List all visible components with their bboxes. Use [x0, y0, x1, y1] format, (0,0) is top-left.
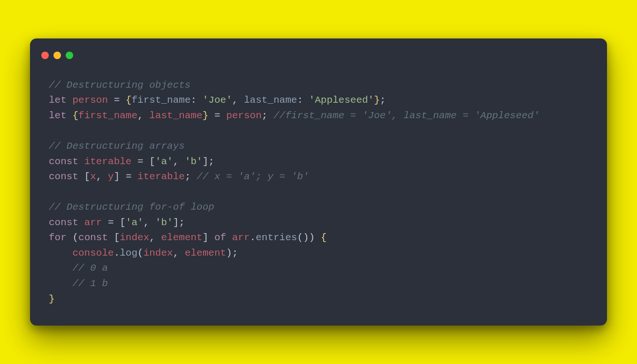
code-identifier: x [90, 171, 96, 182]
code-punct: ] = [114, 171, 137, 182]
code-identifier: iterable [137, 171, 185, 182]
code-keyword: const [78, 232, 108, 243]
code-punct: = [ [131, 156, 155, 167]
code-comment: // Destructuring objects [49, 80, 190, 91]
code-punct [226, 232, 232, 243]
maximize-icon[interactable] [66, 52, 73, 59]
code-punct: ( [137, 248, 144, 258]
code-punct: . [114, 248, 120, 258]
code-comment: // x = 'a'; y = 'b' [197, 171, 309, 182]
code-punct: ( [67, 232, 78, 243]
minimize-icon[interactable] [53, 52, 61, 59]
code-punct: , [137, 110, 149, 121]
code-identifier: person [72, 95, 108, 106]
code-string: 'b' [185, 156, 203, 167]
code-brace: } [203, 110, 209, 121]
code-punct: ] [203, 232, 214, 243]
code-property: last_name [244, 95, 297, 106]
code-punct: : [191, 95, 203, 106]
code-punct: ]; [173, 217, 185, 228]
code-punct: ); [226, 248, 238, 258]
code-keyword: of [214, 232, 226, 243]
code-brace: } [374, 95, 380, 106]
code-identifier: index [144, 248, 173, 258]
code-block: // Destructuring objects let person = {f… [30, 78, 607, 307]
code-punct: ; [380, 95, 386, 106]
code-punct: [ [108, 232, 120, 243]
code-punct: ()) [297, 232, 320, 243]
code-keyword: let [49, 110, 67, 121]
code-identifier: element [185, 248, 226, 258]
code-punct: , [96, 171, 108, 182]
code-punct: , [173, 248, 185, 258]
code-keyword: const [49, 217, 78, 228]
code-comment: // 1 b [72, 278, 108, 289]
code-identifier: console [72, 248, 114, 258]
code-punct: , [173, 156, 185, 167]
code-punct: = [ [102, 217, 125, 228]
code-string: 'b' [155, 217, 173, 228]
code-brace: } [49, 294, 55, 304]
code-property: log [120, 248, 137, 258]
close-icon[interactable] [41, 52, 49, 59]
code-brace: { [72, 110, 78, 121]
code-comment: // Destructuring arrays [49, 141, 185, 152]
code-identifier: y [108, 171, 114, 182]
code-string: 'Appleseed' [309, 95, 374, 106]
code-comment: // Destructuring for-of loop [49, 202, 214, 212]
code-property: first_name [131, 95, 190, 106]
code-keyword: let [49, 95, 67, 106]
code-comment: // 0 a [72, 263, 108, 273]
code-punct: ]; [203, 156, 214, 167]
code-keyword: const [49, 156, 78, 167]
code-identifier: index [120, 232, 149, 243]
code-identifier: first_name [78, 110, 137, 121]
code-brace: { [126, 95, 132, 106]
code-punct: , [232, 95, 244, 106]
code-punct: . [250, 232, 256, 243]
code-comment: //first_name = 'Joe', last_name = 'Apple… [273, 110, 539, 121]
code-punct: : [297, 95, 309, 106]
code-punct: ; [185, 171, 197, 182]
code-identifier: iterable [84, 156, 132, 167]
code-punct: , [144, 217, 155, 228]
code-identifier: element [161, 232, 203, 243]
code-identifier: last_name [149, 110, 202, 121]
code-string: 'a' [126, 217, 144, 228]
code-punct: = [108, 95, 126, 106]
code-punct: ; [262, 110, 273, 121]
code-window: // Destructuring objects let person = {f… [30, 38, 607, 326]
code-identifier: arr [84, 217, 102, 228]
code-identifier: arr [232, 232, 250, 243]
code-string: 'a' [155, 156, 173, 167]
window-titlebar [30, 50, 607, 59]
code-identifier: person [226, 110, 262, 121]
code-punct: = [208, 110, 226, 121]
code-keyword: for [49, 232, 67, 243]
code-keyword: const [49, 171, 78, 182]
code-string: 'Joe' [203, 95, 232, 106]
code-punct: [ [78, 171, 90, 182]
code-property: entries [256, 232, 297, 243]
code-brace: { [321, 232, 327, 243]
code-punct: , [149, 232, 161, 243]
